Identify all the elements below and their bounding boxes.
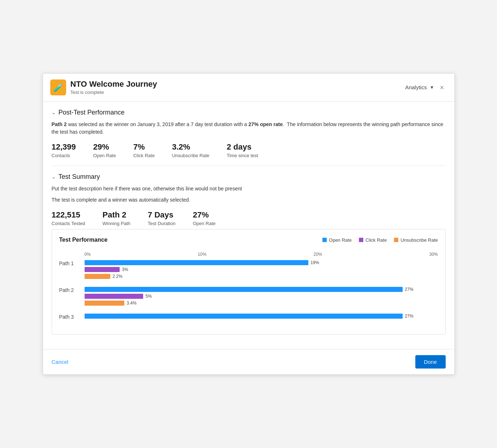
legend-unsubscribe-rate-dot <box>394 238 398 242</box>
metric-test-duration-label: Test Duration <box>148 221 176 226</box>
post-test-toggle-icon[interactable]: ⌄ <box>52 110 56 115</box>
post-test-metrics: 12,399 Contacts 29% Open Rate 7% Click R… <box>52 142 446 158</box>
metric-summary-open-rate-label: Open Rate <box>193 221 215 226</box>
legend-open-rate-dot <box>322 238 327 242</box>
legend-unsubscribe-rate: Unsubscribe Rate <box>394 237 438 243</box>
metric-time-label: Time since test <box>227 153 258 158</box>
header-controls: Analytics ▼ × <box>405 82 447 92</box>
analytics-modal: 🧪 NTO Welcome Journey Test is complete A… <box>43 73 455 375</box>
path2-click-rate-bar-wrapper: 5% <box>85 293 438 299</box>
legend-click-rate: Click Rate <box>359 237 387 243</box>
modal-footer: Cancel Done <box>43 349 454 374</box>
path1-bars: 19% 3% 2.2% <box>85 260 438 279</box>
metric-summary-open-rate-value: 27% <box>193 210 215 220</box>
metric-time-value: 2 days <box>227 142 258 152</box>
path3-open-rate-value: 27% <box>405 314 414 319</box>
chart-row-path1: Path 1 19% 3% <box>59 260 438 279</box>
x-label-30: 30% <box>429 252 438 257</box>
path2-unsubscribe-bar-wrapper: 3.4% <box>85 300 438 306</box>
metric-winning-path: Path 2 Winning Path <box>102 210 130 226</box>
path2-unsubscribe-value: 3.4% <box>127 301 136 306</box>
path1-click-rate-value: 3% <box>122 267 128 272</box>
metric-click-rate: 7% Click Rate <box>133 142 155 158</box>
path1-open-rate-bar-wrapper: 19% <box>85 260 438 266</box>
test-summary-desc2: The test is complete and a winner was au… <box>52 196 446 204</box>
chart-container: 0% 10% 20% 30% Path 1 <box>59 252 438 327</box>
metric-time-since-test: 2 days Time since test <box>227 142 258 158</box>
close-button[interactable]: × <box>437 82 447 92</box>
test-summary-metrics: 122,515 Contacts Tested Path 2 Winning P… <box>52 210 446 226</box>
modal-header: 🧪 NTO Welcome Journey Test is complete A… <box>43 74 454 102</box>
metric-unsubscribe-rate-value: 3.2% <box>172 142 209 152</box>
post-test-section: ⌄ Post-Test Performance Path 2 was selec… <box>52 102 446 166</box>
metric-click-rate-value: 7% <box>133 142 155 152</box>
page-title: NTO Welcome Journey <box>70 79 405 89</box>
test-performance-chart: Test Performance Open Rate Click Rate <box>52 229 446 335</box>
path2-click-rate-value: 5% <box>145 294 151 299</box>
path1-click-rate-bar <box>85 267 120 272</box>
metric-contacts-label: Contacts <box>52 153 76 158</box>
test-summary-desc1: Put the test descrption here if there wa… <box>52 185 446 193</box>
metric-open-rate-value: 29% <box>93 142 116 152</box>
path1-click-rate-bar-wrapper: 3% <box>85 267 438 272</box>
path2-click-rate-bar <box>85 294 143 299</box>
post-test-header: ⌄ Post-Test Performance <box>52 109 446 116</box>
path3-label: Path 3 <box>59 313 85 320</box>
metric-unsubscribe-rate: 3.2% Unsubscribe Rate <box>172 142 209 158</box>
path2-unsubscribe-bar <box>85 301 125 306</box>
test-summary-header: ⌄ Test Summary <box>52 173 446 181</box>
chart-title: Test Performance <box>59 237 108 243</box>
path1-open-rate-bar <box>85 260 308 265</box>
path1-open-rate-value: 19% <box>310 260 319 265</box>
modal-body: ⌄ Post-Test Performance Path 2 was selec… <box>43 102 454 349</box>
post-test-description: Path 2 was selected as the winner on Jan… <box>52 121 446 136</box>
chart-row-path3: Path 3 27% <box>59 313 438 320</box>
path1-label: Path 1 <box>59 260 85 266</box>
path3-open-rate-bar-wrapper: 27% <box>85 313 438 319</box>
metric-winning-path-value: Path 2 <box>102 210 130 220</box>
test-summary-section: ⌄ Test Summary Put the test descrption h… <box>52 166 446 342</box>
metric-contacts-tested-value: 122,515 <box>52 210 85 220</box>
chart-legend: Open Rate Click Rate Unsubscribe Rate <box>322 237 438 243</box>
path2-label: Path 2 <box>59 287 85 293</box>
done-button[interactable]: Done <box>415 355 446 369</box>
metric-contacts-value: 12,399 <box>52 142 76 152</box>
chart-rows: Path 1 19% 3% <box>59 260 438 327</box>
path2-bars: 27% 5% 3.4% <box>85 287 438 306</box>
legend-open-rate: Open Rate <box>322 237 352 243</box>
analytics-label: Analytics <box>405 84 427 90</box>
metric-contacts: 12,399 Contacts <box>52 142 76 158</box>
metric-unsubscribe-rate-label: Unsubscribe Rate <box>172 153 209 158</box>
test-summary-toggle-icon[interactable]: ⌄ <box>52 174 56 180</box>
metric-test-duration: 7 Days Test Duration <box>148 210 176 226</box>
chart-x-axis: 0% 10% 20% 30% <box>59 252 438 257</box>
nto-logo-icon: 🧪 <box>50 79 66 95</box>
page-subtitle: Test is complete <box>70 90 405 95</box>
cancel-button[interactable]: Cancel <box>52 359 69 365</box>
svg-text:🧪: 🧪 <box>53 83 63 92</box>
legend-open-rate-label: Open Rate <box>329 237 352 243</box>
metric-click-rate-label: Click Rate <box>133 153 155 158</box>
x-label-20: 20% <box>313 252 322 257</box>
post-test-title: Post-Test Performance <box>59 109 125 116</box>
path2-open-rate-value: 27% <box>405 287 414 292</box>
metric-open-rate-label: Open Rate <box>93 153 116 158</box>
metric-winning-path-label: Winning Path <box>102 221 130 226</box>
legend-click-rate-label: Click Rate <box>365 237 387 243</box>
path3-open-rate-bar <box>85 314 403 319</box>
chart-row-path2: Path 2 27% 5% <box>59 287 438 306</box>
x-label-10: 10% <box>198 252 206 257</box>
path3-bars: 27% <box>85 313 438 319</box>
legend-click-rate-dot <box>359 238 363 242</box>
metric-contacts-tested: 122,515 Contacts Tested <box>52 210 85 226</box>
metric-summary-open-rate: 27% Open Rate <box>193 210 215 226</box>
metric-test-duration-value: 7 Days <box>148 210 176 220</box>
analytics-dropdown-icon[interactable]: ▼ <box>430 85 434 90</box>
legend-unsubscribe-rate-label: Unsubscribe Rate <box>400 237 438 243</box>
x-label-0: 0% <box>85 252 91 257</box>
test-summary-title: Test Summary <box>59 173 100 181</box>
metric-contacts-tested-label: Contacts Tested <box>52 221 85 226</box>
metric-open-rate: 29% Open Rate <box>93 142 116 158</box>
path1-unsubscribe-bar-wrapper: 2.2% <box>85 273 438 279</box>
chart-header: Test Performance Open Rate Click Rate <box>59 237 438 243</box>
